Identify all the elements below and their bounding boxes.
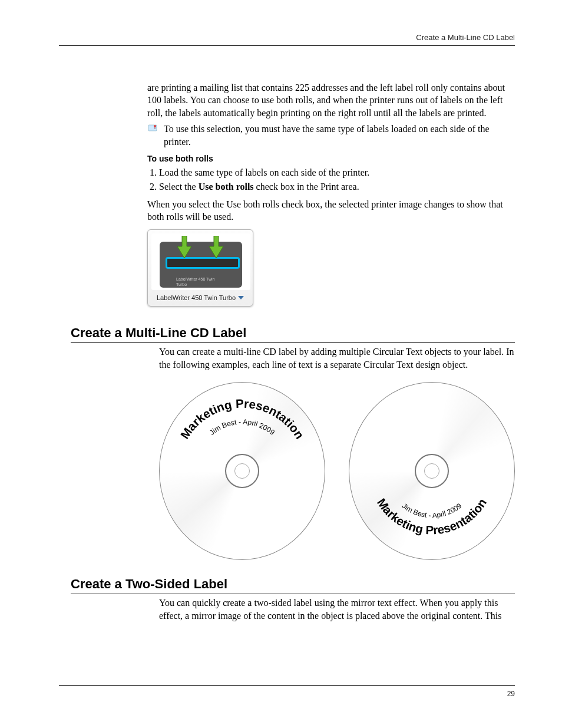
intro-block: are printing a mailing list that contain… [147,81,515,307]
running-header: Create a Multi-Line CD Label [59,32,515,46]
page-number: 29 [507,689,515,699]
step-2-tail: check box in the Print area. [254,182,359,192]
cd-example-top-text: Marketing Presentation Jim Best - April … [159,382,325,560]
note-row: To use this selection, you must have the… [147,123,515,148]
after-steps-paragraph: When you select the Use both rolls check… [147,198,515,223]
printer-selector[interactable]: LabelWriter 450 Twin Turbo LabelWriter 4… [147,229,253,307]
svg-text:Jim Best - April 2009: Jim Best - April 2009 [401,501,463,519]
running-header-text: Create a Multi-Line CD Label [416,33,515,42]
arrow-down-left-icon [176,236,193,259]
cd1-small-text: Jim Best - April 2009 [208,417,276,436]
steps-list: Load the same type of labels on each sid… [159,166,515,193]
cd-examples: Marketing Presentation Jim Best - April … [159,382,515,560]
section-two-sided: Create a Two-Sided Label You can quickly… [71,575,515,622]
chevron-down-icon[interactable] [238,296,244,299]
section-cd: Create a Multi-Line CD Label You can cre… [71,324,515,560]
step-2: Select the Use both rolls check box in t… [159,180,515,193]
step-1: Load the same type of labels on each sid… [159,166,515,179]
section-cd-paragraph: You can create a multi-line CD label by … [159,345,515,371]
intro-continuation-paragraph: are printing a mailing list that contain… [147,81,515,120]
cd2-small-text: Jim Best - April 2009 [401,501,463,519]
arrow-down-right-icon [208,236,224,259]
steps-heading: To use both rolls [147,153,515,164]
section-cd-heading: Create a Multi-Line CD Label [71,324,515,344]
note-pushpin-icon [147,123,158,138]
section-two-sided-paragraph: You can quickly create a two-sided label… [159,597,515,622]
footer-rule [59,685,515,686]
printer-dropdown-label: LabelWriter 450 Twin Turbo [157,294,236,302]
step-2-bold: Use both rolls [199,182,254,192]
printer-graphic: LabelWriter 450 Twin Turbo [151,233,250,290]
section-two-sided-heading: Create a Two-Sided Label [71,575,515,595]
cd-example-bottom-text: Jim Best - April 2009 Marketing Presenta… [349,382,515,560]
svg-rect-3 [155,127,156,129]
printer-device-caption: LabelWriter 450 Twin Turbo [176,276,226,288]
note-text: To use this selection, you must have the… [164,124,490,147]
svg-text:Jim Best - April 2009: Jim Best - April 2009 [208,417,276,436]
